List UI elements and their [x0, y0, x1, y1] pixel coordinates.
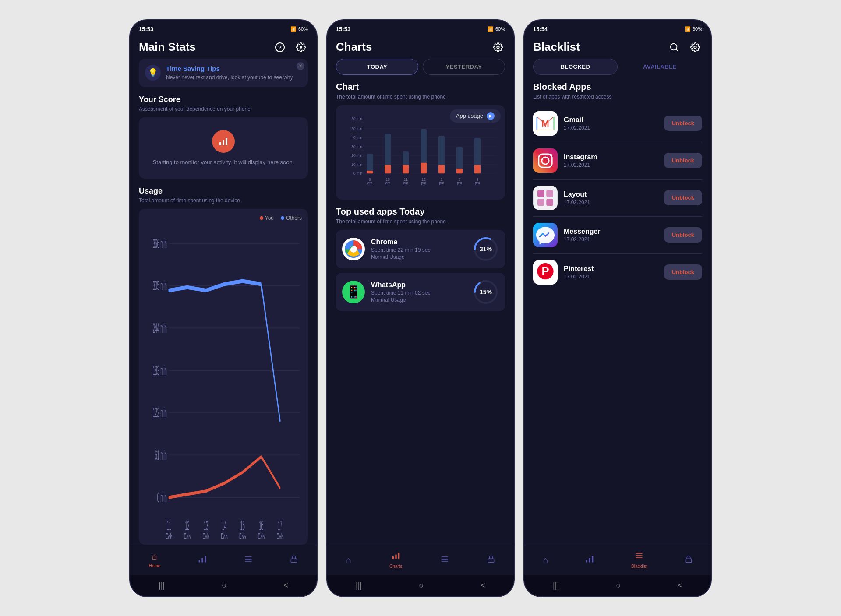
app-usage-selector[interactable]: App usage ▶ — [450, 109, 501, 123]
layout-unblock-btn[interactable]: Unblock — [664, 190, 702, 205]
blocked-subtitle: List of apps with restricted access — [533, 94, 702, 100]
top-apps-title: Top used apps Today — [336, 207, 505, 217]
svg-rect-35 — [205, 556, 206, 562]
nav-home-2[interactable]: ⌂ — [337, 553, 360, 568]
instagram-info: Instagram 17.02.2021 — [564, 153, 658, 168]
tip-icon: 💡 — [145, 65, 161, 81]
sys-back-2[interactable]: < — [481, 581, 485, 590]
chrome-logo — [342, 238, 365, 260]
chrome-time: Spent time 22 min 19 sec — [371, 247, 466, 253]
charts-icon-3 — [585, 555, 594, 566]
score-section-subtitle: Assessment of your dependence on your ph… — [139, 106, 308, 112]
status-bar-3: 15:54 📶 60% — [524, 20, 711, 36]
svg-rect-63 — [438, 165, 445, 173]
status-time-1: 15:53 — [139, 26, 153, 32]
svg-rect-115 — [589, 558, 590, 562]
settings-icon-2[interactable] — [491, 40, 505, 54]
svg-text:am: am — [385, 181, 391, 185]
status-time-3: 15:54 — [533, 26, 548, 32]
svg-text:Feb: Feb — [221, 531, 227, 539]
tip-close-btn[interactable]: ✕ — [297, 62, 304, 70]
gmail-name: Gmail — [564, 116, 658, 124]
line-chart-svg: 366 min 305 min 244 min 183 min 122 min … — [145, 225, 302, 538]
nav-charts-2[interactable]: Charts — [381, 549, 411, 571]
nav-charts-3[interactable] — [576, 552, 603, 568]
search-icon-3[interactable] — [667, 40, 681, 54]
whatsapp-info: WhatsApp Spent time 11 min 02 sec Minima… — [371, 281, 466, 303]
svg-text:pm: pm — [457, 181, 462, 185]
nav-blacklist-3[interactable]: Blacklist — [622, 549, 656, 571]
svg-text:pm: pm — [439, 181, 444, 185]
sys-menu-3[interactable]: ||| — [553, 581, 559, 590]
whatsapp-name: WhatsApp — [371, 281, 466, 289]
blocked-app-instagram: Instagram 17.02.2021 Unblock — [533, 142, 702, 180]
sys-menu-1[interactable]: ||| — [159, 581, 165, 590]
svg-text:?: ? — [278, 44, 282, 51]
layout-name: Layout — [564, 190, 658, 198]
settings-icon-1[interactable] — [294, 40, 308, 54]
sys-home-1[interactable]: ○ — [222, 581, 226, 590]
gmail-unblock-btn[interactable]: Unblock — [664, 116, 702, 131]
chrome-name: Chrome — [371, 238, 466, 246]
svg-rect-91 — [398, 553, 399, 559]
sys-home-2[interactable]: ○ — [419, 581, 424, 590]
nav-charts-1[interactable] — [189, 552, 216, 568]
status-bar-1: 15:53 📶 60% — [130, 20, 317, 36]
tab-blocked[interactable]: BLOCKED — [533, 59, 618, 75]
screen2: Charts TODAY YESTERDAY Chart The total — [327, 36, 514, 545]
nav-lock-2[interactable] — [478, 552, 504, 568]
selector-dot: ▶ — [487, 112, 495, 120]
charts-icon-1 — [198, 555, 207, 566]
svg-text:Feb: Feb — [166, 531, 172, 539]
lock-icon-3 — [685, 555, 693, 566]
svg-rect-116 — [592, 556, 593, 562]
phone2: 15:53 📶 60% Charts — [326, 19, 515, 597]
nav-home-3[interactable]: ⌂ — [534, 553, 557, 568]
phone1: 15:53 📶 60% Main Stats ? — [129, 19, 318, 597]
status-icons-2: 📶 60% — [488, 26, 505, 32]
sys-back-1[interactable]: < — [283, 581, 288, 590]
nav-home-1[interactable]: ⌂ Home — [140, 549, 170, 571]
page-title-2: Charts — [336, 40, 372, 54]
svg-text:0 min: 0 min — [157, 490, 167, 505]
nav-list-1[interactable] — [235, 552, 261, 568]
help-icon[interactable]: ? — [273, 40, 287, 54]
svg-rect-101 — [533, 148, 558, 173]
lock-icon-2 — [487, 555, 495, 566]
sys-back-3[interactable]: < — [678, 581, 682, 590]
tip-card: 💡 Time Saving Tips Never never text and … — [139, 59, 308, 88]
bar-chart-svg: 60 min 50 min 40 min 30 min 20 min 10 mi… — [342, 111, 499, 192]
chrome-percent: 31% — [480, 246, 492, 253]
nav-list-2[interactable] — [431, 552, 458, 568]
whatsapp-percent: 15% — [480, 289, 492, 296]
tab-today[interactable]: TODAY — [336, 59, 418, 75]
svg-text:Feb: Feb — [277, 531, 283, 539]
instagram-unblock-btn[interactable]: Unblock — [664, 153, 702, 168]
signal-icon-1: 📶 — [290, 26, 297, 32]
nav-lock-3[interactable] — [676, 552, 701, 568]
tab-yesterday[interactable]: YESTERDAY — [423, 59, 505, 75]
svg-rect-109 — [546, 199, 553, 206]
messenger-unblock-btn[interactable]: Unblock — [664, 227, 702, 243]
svg-rect-107 — [546, 190, 553, 197]
sys-home-3[interactable]: ○ — [616, 581, 621, 590]
sys-menu-2[interactable]: ||| — [356, 581, 362, 590]
chrome-progress: 31% — [473, 236, 499, 262]
svg-rect-95 — [488, 559, 494, 562]
messenger-info: Messenger 17.02.2021 — [564, 228, 658, 243]
signal-icon-3: 📶 — [685, 26, 691, 32]
pinterest-unblock-btn[interactable]: Unblock — [664, 264, 702, 280]
blocked-app-pinterest: P Pinterest 17.02.2021 Unblock — [533, 254, 702, 291]
settings-icon-3[interactable] — [688, 40, 702, 54]
score-monitoring-text: Starting to monitor your activity. It wi… — [153, 158, 294, 167]
pinterest-logo: P — [533, 260, 558, 285]
signal-icon-2: 📶 — [488, 26, 494, 32]
svg-text:am: am — [367, 181, 373, 185]
svg-rect-120 — [686, 559, 692, 562]
pinterest-name: Pinterest — [564, 265, 658, 273]
svg-rect-65 — [456, 168, 463, 173]
nav-lock-1[interactable] — [281, 552, 307, 568]
tab-available[interactable]: AVAILABLE — [618, 59, 702, 75]
messenger-date: 17.02.2021 — [564, 236, 658, 243]
usage-section-subtitle: Total amount of time spent using the dev… — [139, 197, 308, 204]
